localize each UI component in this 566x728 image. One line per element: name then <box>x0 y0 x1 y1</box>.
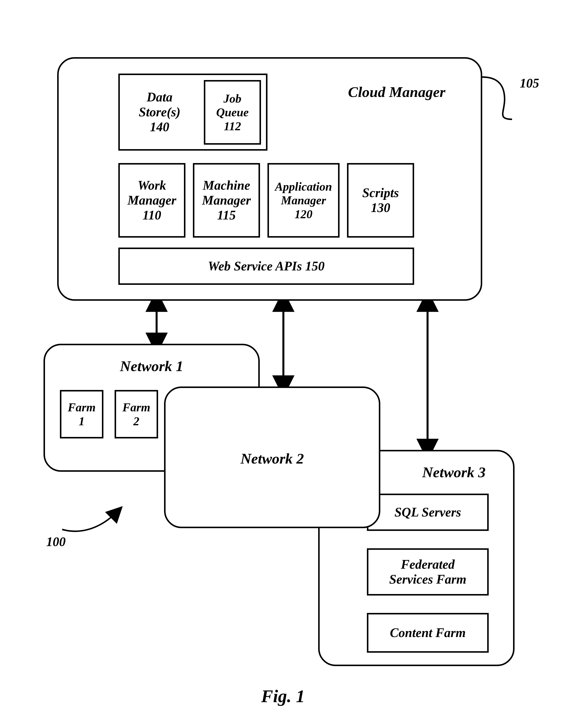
federated-box: Federated Services Farm <box>367 548 489 596</box>
content-farm-box: Content Farm <box>367 613 489 653</box>
farm2-box: Farm 2 <box>115 390 158 438</box>
leader-105 <box>482 77 512 119</box>
machine-manager-box: Machine Manager 115 <box>193 163 260 238</box>
web-service-apis-box: Web Service APIs 150 <box>118 248 414 285</box>
data-stores-box: Data Store(s) 140 Job Queue 112 <box>118 74 267 151</box>
scripts-box: Scripts 130 <box>347 163 414 238</box>
sql-servers-box: SQL Servers <box>367 494 489 531</box>
cloud-manager-box: Cloud Manager Data Store(s) 140 Job Queu… <box>57 57 482 301</box>
application-manager-box: Application Manager 120 <box>267 163 340 238</box>
data-stores-label: Data Store(s) 140 <box>127 90 192 134</box>
leader-100 <box>62 512 117 531</box>
ref-105-label: 105 <box>515 76 544 91</box>
network3-title: Network 3 <box>402 464 506 481</box>
figure-caption: Fig. 1 <box>0 686 566 707</box>
network2-title: Network 2 <box>166 450 379 467</box>
network2-box: Network 2 <box>164 386 380 528</box>
cloud-manager-title: Cloud Manager <box>332 84 461 101</box>
diagram-canvas: Cloud Manager Data Store(s) 140 Job Queu… <box>0 0 566 728</box>
network1-title: Network 1 <box>45 358 258 375</box>
ref-100-label: 100 <box>41 534 71 549</box>
farm1-box: Farm 1 <box>60 390 103 438</box>
job-queue-box: Job Queue 112 <box>204 80 261 145</box>
work-manager-box: Work Manager 110 <box>118 163 185 238</box>
